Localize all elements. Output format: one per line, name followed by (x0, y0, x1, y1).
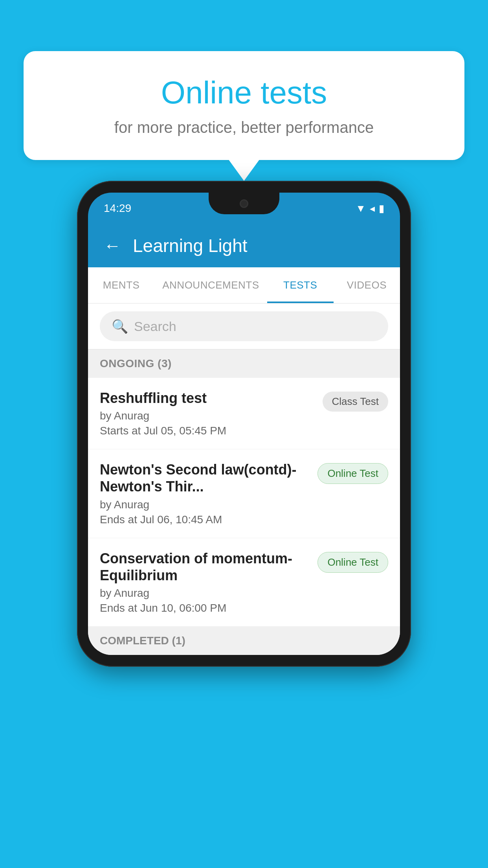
promo-banner: Online tests for more practice, better p… (24, 51, 464, 181)
phone-frame: 14:29 ▼ ◂ ▮ ← Learning Light MENTS ANNOU… (77, 181, 411, 667)
tab-announcements[interactable]: ANNOUNCEMENTS (154, 267, 267, 303)
tabs-bar: MENTS ANNOUNCEMENTS TESTS VIDEOS (88, 267, 400, 303)
wifi-icon: ▼ (356, 202, 366, 215)
test-item[interactable]: Conservation of momentum-Equilibrium by … (88, 538, 400, 627)
search-container: 🔍 Search (88, 303, 400, 349)
speech-bubble-subtitle: for more practice, better performance (55, 119, 433, 136)
tab-ments[interactable]: MENTS (88, 267, 154, 303)
app-title: Learning Light (133, 235, 248, 256)
test-date: Ends at Jul 06, 10:45 AM (100, 513, 310, 526)
speech-bubble-arrow (228, 159, 260, 181)
test-author: by Anurag (100, 498, 310, 511)
tab-videos[interactable]: VIDEOS (334, 267, 400, 303)
test-info: Newton's Second law(contd)-Newton's Thir… (100, 461, 317, 526)
back-button[interactable]: ← (104, 236, 121, 256)
status-time: 14:29 (104, 202, 131, 215)
camera-icon (240, 199, 248, 208)
ongoing-label: ONGOING (3) (100, 357, 172, 370)
phone-body: 14:29 ▼ ◂ ▮ ← Learning Light MENTS ANNOU… (77, 181, 411, 667)
app-header: ← Learning Light (88, 224, 400, 267)
test-badge-class: Class Test (323, 392, 388, 412)
completed-label: COMPLETED (1) (100, 634, 185, 647)
completed-section-header: COMPLETED (1) (88, 627, 400, 655)
phone-screen: ← Learning Light MENTS ANNOUNCEMENTS TES… (88, 224, 400, 655)
phone-notch (209, 193, 279, 214)
tests-list: Reshuffling test by Anurag Starts at Jul… (88, 378, 400, 627)
battery-icon: ▮ (379, 202, 384, 215)
status-bar: 14:29 ▼ ◂ ▮ (88, 193, 400, 224)
speech-bubble-title: Online tests (55, 75, 433, 111)
test-title: Conservation of momentum-Equilibrium (100, 550, 310, 584)
status-icons: ▼ ◂ ▮ (356, 202, 384, 215)
search-icon: 🔍 (112, 318, 128, 334)
signal-icon: ◂ (370, 202, 375, 215)
test-badge-online: Online Test (317, 463, 388, 484)
test-date: Ends at Jun 10, 06:00 PM (100, 602, 310, 614)
test-date: Starts at Jul 05, 05:45 PM (100, 425, 315, 437)
search-input[interactable]: Search (134, 319, 176, 334)
test-badge-online-2: Online Test (317, 552, 388, 573)
test-title: Reshuffling test (100, 390, 315, 406)
search-bar[interactable]: 🔍 Search (100, 311, 388, 341)
test-author: by Anurag (100, 587, 310, 600)
test-item[interactable]: Newton's Second law(contd)-Newton's Thir… (88, 449, 400, 538)
tab-tests[interactable]: TESTS (267, 267, 334, 303)
test-item[interactable]: Reshuffling test by Anurag Starts at Jul… (88, 378, 400, 449)
test-author: by Anurag (100, 410, 315, 422)
test-title: Newton's Second law(contd)-Newton's Thir… (100, 461, 310, 495)
speech-bubble: Online tests for more practice, better p… (24, 51, 464, 160)
ongoing-section-header: ONGOING (3) (88, 349, 400, 378)
test-info: Reshuffling test by Anurag Starts at Jul… (100, 390, 323, 437)
test-info: Conservation of momentum-Equilibrium by … (100, 550, 317, 614)
